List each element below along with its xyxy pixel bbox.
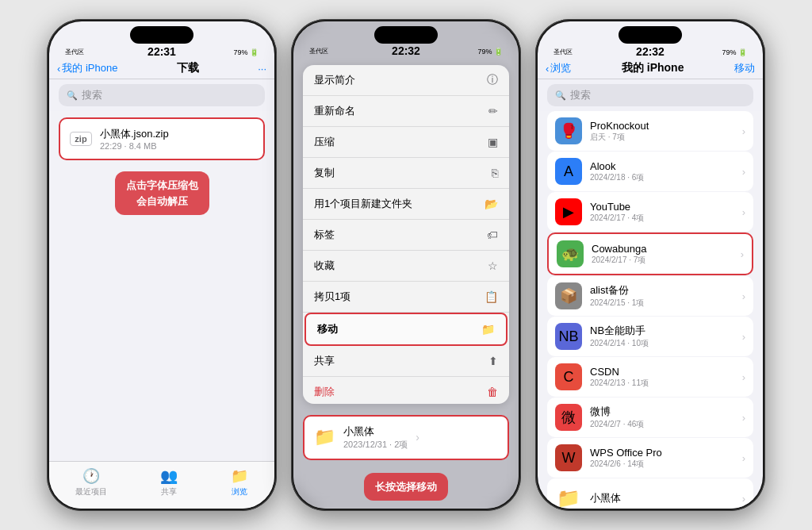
- nav-action-1[interactable]: ···: [258, 63, 266, 75]
- annotation-bubble-1: 点击字体压缩包会自动解压: [115, 171, 209, 215]
- folder-item[interactable]: 📁 小黑体 2023/12/31 · 2项 ›: [303, 415, 509, 460]
- file-meta: 22:29 · 8.4 MB: [100, 141, 254, 151]
- menu-rename[interactable]: 重新命名 ✏: [303, 96, 509, 127]
- tab-share[interactable]: 👥 共享: [160, 467, 178, 497]
- app-item-5[interactable]: NBNB全能助手2024/2/14 · 10项›: [547, 317, 753, 356]
- menu-delete-label: 删除: [314, 385, 335, 399]
- app-name-4: alist备份: [590, 283, 734, 298]
- menu-show-info[interactable]: 显示简介 ⓘ: [303, 65, 509, 96]
- app-info-8: WPS Office Pro2024/2/6 · 14项: [590, 447, 734, 470]
- search-placeholder-1: 搜索: [82, 88, 102, 102]
- app-item-7[interactable]: 微微博2024/2/7 · 46项›: [547, 398, 753, 437]
- app-item-2[interactable]: ▶YouTube2024/2/17 · 4项›: [547, 192, 753, 232]
- status-left-3: 圣代区: [553, 48, 573, 56]
- app-item-3[interactable]: 🐢Cowabunga2024/2/17 · 7项›: [547, 232, 753, 275]
- nav-title-1: 下载: [177, 61, 199, 75]
- nav-bar-1: ‹ 我的 iPhone 下载 ···: [49, 60, 274, 79]
- menu-new-folder[interactable]: 用1个项目新建文件夹 📂: [303, 189, 509, 220]
- nav-action-3[interactable]: 移动: [734, 61, 755, 75]
- share-icon: ⬆: [488, 355, 498, 367]
- menu-fav[interactable]: 收藏 ☆: [303, 251, 509, 282]
- app-name-9: 小黑体: [590, 491, 734, 505]
- dynamic-island-1: [130, 26, 193, 44]
- file-item-zip[interactable]: zip 小黑体.json.zip 22:29 · 8.4 MB: [59, 117, 265, 160]
- move-icon: 📁: [481, 323, 495, 336]
- app-item-6[interactable]: CCSDN2024/2/13 · 11项›: [547, 357, 753, 397]
- app-icon-6: C: [555, 363, 582, 390]
- menu-delete[interactable]: 删除 🗑: [303, 377, 509, 403]
- clock-2: 22:32: [392, 44, 420, 57]
- app-info-4: alist备份2024/2/15 · 1项: [590, 283, 734, 309]
- app-name-5: NB全能助手: [590, 324, 734, 338]
- chevron-icon-1: ›: [742, 166, 745, 178]
- app-info-9: 小黑体: [590, 491, 734, 505]
- search-input-3[interactable]: 🔍 搜索: [547, 84, 753, 106]
- status-right-3: 79% 🔋: [722, 48, 747, 56]
- menu-copy-item-label: 拷贝1项: [314, 290, 350, 304]
- menu-copy-label: 复制: [314, 166, 335, 180]
- tab-share-icon: 👥: [160, 467, 178, 485]
- app-name-2: YouTube: [590, 201, 734, 213]
- file-name: 小黑体.json.zip: [100, 127, 254, 141]
- app-item-0[interactable]: 🥊ProKnockout启天 · 7项›: [547, 111, 753, 151]
- menu-compress[interactable]: 压缩 ▣: [303, 127, 509, 158]
- tab-share-label: 共享: [161, 486, 177, 497]
- app-name-3: Cowabunga: [592, 243, 733, 255]
- nav-title-3: 我的 iPhone: [622, 61, 684, 75]
- tab-recent-label: 最近项目: [75, 486, 107, 497]
- menu-copy[interactable]: 复制 ⎘: [303, 158, 509, 189]
- phone-3: 圣代区 22:32 79% 🔋 ‹ 浏览 我的 iPhone 移动 🔍 搜索 🥊…: [535, 19, 765, 511]
- menu-tags[interactable]: 标签 🏷: [303, 220, 509, 251]
- menu-move-label: 移动: [317, 322, 338, 336]
- app-item-4[interactable]: 📦alist备份2024/2/15 · 1项›: [547, 276, 753, 316]
- app-icon-2: ▶: [555, 198, 582, 225]
- menu-move[interactable]: 移动 📁: [304, 313, 508, 346]
- app-item-1[interactable]: AAlook2024/2/18 · 6项›: [547, 152, 753, 191]
- app-info-1: Alook2024/2/18 · 6项: [590, 160, 734, 183]
- app-info-3: Cowabunga2024/2/17 · 7项: [592, 243, 733, 266]
- chevron-icon-0: ›: [742, 125, 745, 137]
- search-icon-3: 🔍: [555, 90, 566, 101]
- app-item-8[interactable]: WWPS Office Pro2024/2/6 · 14项›: [547, 438, 753, 478]
- nav-back-3[interactable]: ‹ 浏览: [546, 61, 571, 75]
- folder-name: 小黑体: [343, 424, 408, 439]
- menu-share[interactable]: 共享 ⬆: [303, 346, 509, 377]
- menu-tags-label: 标签: [314, 228, 335, 242]
- pencil-icon: ✏: [488, 105, 498, 117]
- phone-1: 圣代区 22:31 79% 🔋 ‹ 我的 iPhone 下载 ··· 🔍 搜索 …: [47, 19, 277, 511]
- dynamic-island-3: [619, 26, 682, 44]
- app-name-1: Alook: [590, 160, 734, 172]
- folder-info: 小黑体 2023/12/31 · 2项: [343, 424, 408, 451]
- menu-new-folder-label: 用1个项目新建文件夹: [314, 197, 412, 211]
- chevron-icon-7: ›: [742, 412, 745, 424]
- clock-3: 22:32: [636, 45, 665, 58]
- info-icon: ⓘ: [487, 73, 498, 87]
- new-folder-icon: 📂: [485, 198, 498, 210]
- app-item-9[interactable]: 📁小黑体›: [547, 478, 753, 509]
- chevron-icon-8: ›: [742, 452, 745, 464]
- phone-2: 圣代区 22:32 79% 🔋 显示简介 ⓘ 重新命名 ✏ 压缩 ▣: [291, 19, 521, 511]
- chevron-icon-6: ›: [742, 371, 745, 383]
- compress-icon: ▣: [488, 136, 498, 148]
- star-icon: ☆: [488, 259, 498, 272]
- tab-recent[interactable]: 🕐 最近项目: [75, 467, 107, 497]
- nav-back-1[interactable]: ‹ 我的 iPhone: [57, 61, 117, 75]
- app-icon-3: 🐢: [557, 240, 584, 267]
- search-input-1[interactable]: 🔍 搜索: [59, 84, 265, 106]
- menu-copy-item[interactable]: 拷贝1项 📋: [303, 282, 509, 313]
- app-info-5: NB全能助手2024/2/14 · 10项: [590, 324, 734, 349]
- app-meta-5: 2024/2/14 · 10项: [590, 338, 734, 349]
- app-list: 🥊ProKnockout启天 · 7项›AAlook2024/2/18 · 6项…: [538, 111, 763, 509]
- tab-browse-label: 浏览: [232, 486, 247, 497]
- nav-bar-3: ‹ 浏览 我的 iPhone 移动: [538, 60, 763, 79]
- clock-1: 22:31: [147, 45, 176, 58]
- app-icon-9: 📁: [555, 485, 582, 509]
- tag-icon: 🏷: [487, 229, 498, 241]
- file-info: 小黑体.json.zip 22:29 · 8.4 MB: [100, 127, 254, 151]
- app-meta-0: 启天 · 7项: [590, 132, 734, 143]
- chevron-icon-4: ›: [742, 290, 745, 302]
- zip-icon: zip: [70, 132, 92, 146]
- app-name-0: ProKnockout: [590, 120, 734, 132]
- tab-browse[interactable]: 📁 浏览: [231, 467, 248, 497]
- chevron-icon-3: ›: [741, 248, 744, 260]
